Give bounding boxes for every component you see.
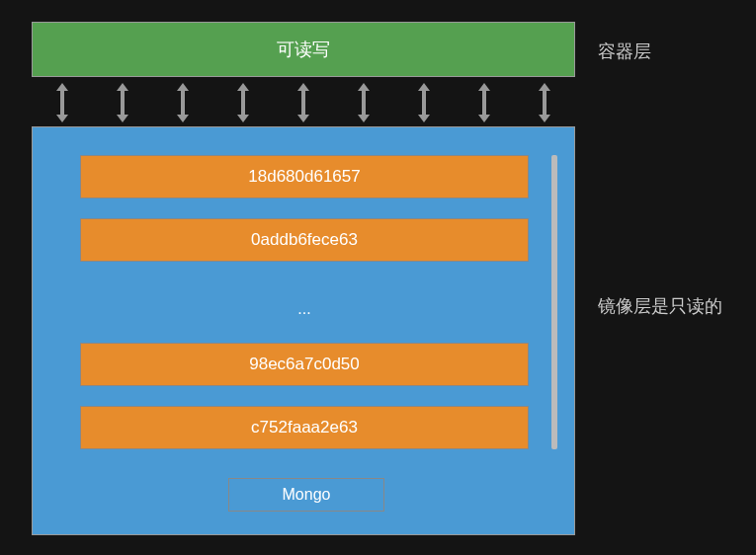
bidirectional-arrow-icon bbox=[236, 83, 250, 122]
bidirectional-arrow-icon bbox=[538, 83, 551, 122]
image-layers-box: 18d680d61657 0addb6fece63 ... 98ec6a7c0d… bbox=[32, 126, 575, 535]
bidirectional-arrow-icon bbox=[477, 83, 491, 122]
ellipsis-text: ... bbox=[80, 300, 529, 318]
container-layer-box: 可读写 bbox=[32, 22, 575, 77]
bidirectional-arrow-icon bbox=[296, 83, 310, 122]
container-layer-text: 可读写 bbox=[277, 38, 330, 61]
image-name-label: Mongo bbox=[228, 478, 384, 512]
layer-hash: c752faaa2e63 bbox=[251, 418, 358, 437]
bidirectional-arrow-icon bbox=[417, 83, 431, 122]
layer-hash: 0addb6fece63 bbox=[251, 230, 358, 250]
image-layer: c752faaa2e63 bbox=[80, 406, 529, 449]
container-layer-label: 容器层 bbox=[598, 40, 651, 63]
image-layer: 0addb6fece63 bbox=[80, 218, 529, 262]
arrows-row bbox=[32, 81, 575, 124]
layer-hash: 98ec6a7c0d50 bbox=[249, 355, 360, 374]
bidirectional-arrow-icon bbox=[116, 83, 129, 122]
image-layer: 98ec6a7c0d50 bbox=[80, 343, 529, 386]
bidirectional-arrow-icon bbox=[55, 83, 69, 122]
layer-hash: 18d680d61657 bbox=[248, 167, 360, 187]
bidirectional-arrow-icon bbox=[176, 83, 190, 122]
bidirectional-arrow-icon bbox=[357, 83, 371, 122]
image-layers-label: 镜像层是只读的 bbox=[598, 294, 722, 318]
image-name-text: Mongo bbox=[283, 486, 331, 504]
image-layer: 18d680d61657 bbox=[80, 155, 529, 198]
scrollbar-indicator bbox=[551, 155, 557, 449]
